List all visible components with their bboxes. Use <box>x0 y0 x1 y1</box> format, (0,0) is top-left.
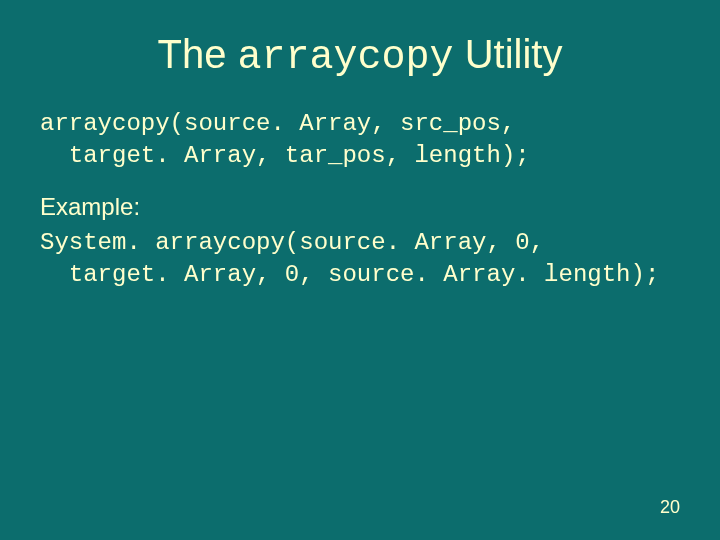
title-post: Utility <box>454 32 563 76</box>
example-label: Example: <box>40 193 680 221</box>
slide-title: The arraycopy Utility <box>40 32 680 80</box>
page-number: 20 <box>660 497 680 518</box>
title-pre: The <box>158 32 238 76</box>
code-line: arraycopy(source. Array, src_pos, <box>40 110 515 137</box>
title-mono: arraycopy <box>238 35 454 80</box>
code-block-example: System. arraycopy(source. Array, 0, targ… <box>40 227 680 292</box>
code-block-signature: arraycopy(source. Array, src_pos, target… <box>40 108 680 173</box>
code-line: target. Array, tar_pos, length); <box>40 142 530 169</box>
slide: The arraycopy Utility arraycopy(source. … <box>0 0 720 540</box>
code-line: target. Array, 0, source. Array. length)… <box>40 261 659 288</box>
code-line: System. arraycopy(source. Array, 0, <box>40 229 544 256</box>
